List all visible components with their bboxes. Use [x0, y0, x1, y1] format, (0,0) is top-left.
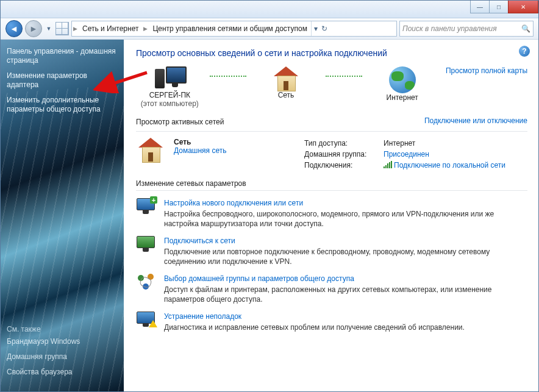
- divider: [136, 131, 527, 132]
- map-connector: [210, 66, 246, 86]
- search-placeholder: Поиск в панели управления: [402, 24, 497, 33]
- breadcrumb-item-sharing-center[interactable]: Центр управления сетями и общим доступом: [149, 21, 311, 36]
- connect-disconnect-link[interactable]: Подключение или отключение: [424, 116, 527, 125]
- new-connection-link[interactable]: Настройка нового подключения или сети: [164, 198, 527, 208]
- connection-link[interactable]: Подключение по локальной сети: [394, 161, 505, 169]
- change-settings-heading: Изменение сетевых параметров: [136, 179, 527, 188]
- see-also-homegroup[interactable]: Домашняя группа: [7, 352, 80, 362]
- search-icon: 🔍: [521, 24, 530, 33]
- minimize-button[interactable]: —: [470, 1, 490, 13]
- search-input[interactable]: Поиск в панели управления 🔍: [399, 21, 534, 37]
- map-node-inet-label: Интернет: [368, 93, 436, 102]
- option-troubleshoot: Устранение неполадок Диагностика и испра…: [136, 312, 527, 332]
- globe-icon: [389, 66, 416, 93]
- troubleshoot-link[interactable]: Устранение неполадок: [164, 312, 527, 321]
- option-connect-network: Подключиться к сети Подключение или повт…: [136, 236, 527, 266]
- network-details: Тип доступа:Интернет Домашняя группа:При…: [304, 138, 527, 171]
- breadcrumb[interactable]: ▶ Сеть и Интернет ▶ Центр управления сет…: [71, 21, 397, 37]
- map-node-network: Сеть: [252, 66, 320, 99]
- close-button[interactable]: ✕: [508, 1, 538, 13]
- see-also-browser[interactable]: Свойства браузера: [7, 368, 80, 377]
- see-also-heading: См. также: [7, 325, 80, 333]
- active-network-row: Сеть Домашняя сеть Тип доступа:Интернет …: [136, 138, 527, 171]
- map-node-net-label: Сеть: [252, 91, 320, 99]
- sidebar-see-also: См. также Брандмауэр Windows Домашняя гр…: [7, 325, 80, 383]
- network-type-link[interactable]: Домашняя сеть: [174, 146, 296, 155]
- computer-icon: [155, 66, 184, 91]
- homegroup-icon: [137, 274, 155, 290]
- option-homegroup: Выбор домашней группы и параметров общег…: [136, 274, 527, 304]
- sidebar-item-adapter-settings[interactable]: Изменение параметров адаптера: [7, 71, 118, 90]
- sidebar: Панель управления - домашняя страница Из…: [1, 40, 124, 391]
- refresh-icon[interactable]: ↻: [321, 24, 327, 33]
- access-type-value: Интернет: [384, 138, 415, 149]
- network-map: СЕРГЕЙ-ПК (этот компьютер) Сеть Интернет…: [136, 66, 527, 108]
- signal-icon: [384, 161, 392, 168]
- access-type-label: Тип доступа:: [304, 138, 384, 149]
- chevron-right-icon: ▶: [142, 26, 149, 32]
- homegroup-settings-link[interactable]: Выбор домашней группы и параметров общег…: [164, 274, 527, 283]
- new-connection-icon: +: [137, 198, 155, 214]
- breadcrumb-dropdown-icon[interactable]: ▾: [314, 24, 318, 33]
- sidebar-home-link[interactable]: Панель управления - домашняя страница: [7, 47, 118, 65]
- content: ? Просмотр основных сведений о сети и на…: [124, 40, 538, 391]
- option-new-connection: + Настройка нового подключения или сети …: [136, 198, 527, 229]
- homegroup-link[interactable]: Присоединен: [384, 150, 429, 159]
- map-connector: [326, 66, 362, 86]
- maximize-button[interactable]: □: [489, 1, 509, 13]
- control-panel-icon: [55, 22, 69, 35]
- divider: [136, 190, 527, 191]
- nav-forward-button[interactable]: ►: [25, 20, 42, 37]
- breadcrumb-item-network[interactable]: Сеть и Интернет: [79, 21, 142, 36]
- help-icon[interactable]: ?: [519, 46, 530, 57]
- map-node-pc-sub: (этот компьютер): [136, 99, 204, 108]
- troubleshoot-desc: Диагностика и исправление сетевых пробле…: [164, 323, 527, 332]
- window: — □ ✕ ◄ ► ▼ ▶ Сеть и Интернет ▶ Центр уп…: [0, 0, 539, 392]
- network-category-icon: [136, 138, 165, 167]
- troubleshoot-icon: [137, 312, 155, 326]
- see-also-firewall[interactable]: Брандмауэр Windows: [7, 337, 80, 346]
- active-networks-heading: Просмотр активных сетей: [136, 118, 224, 126]
- navbar: ◄ ► ▼ ▶ Сеть и Интернет ▶ Центр управлен…: [1, 18, 538, 40]
- full-map-link[interactable]: Просмотр полной карты: [446, 66, 527, 75]
- connect-network-link[interactable]: Подключиться к сети: [164, 236, 527, 246]
- house-icon: [273, 66, 299, 91]
- homegroup-settings-desc: Доступ к файлам и принтерам, расположенн…: [164, 285, 527, 304]
- nav-history-dropdown[interactable]: ▼: [45, 21, 53, 36]
- map-node-internet: Интернет: [368, 66, 436, 102]
- map-node-this-pc: СЕРГЕЙ-ПК (этот компьютер): [136, 66, 204, 108]
- page-title: Просмотр основных сведений о сети и наст…: [136, 48, 527, 58]
- new-connection-desc: Настройка беспроводного, широкополосного…: [164, 209, 527, 229]
- chevron-right-icon: ▶: [72, 26, 79, 32]
- connect-network-icon: [137, 236, 155, 252]
- sidebar-item-advanced-sharing[interactable]: Изменить дополнительные параметры общего…: [7, 96, 118, 114]
- nav-back-button[interactable]: ◄: [5, 20, 23, 37]
- connections-label: Подключения:: [304, 160, 384, 171]
- titlebar: — □ ✕: [1, 1, 538, 18]
- network-name: Сеть: [174, 138, 191, 146]
- map-node-pc-label: СЕРГЕЙ-ПК: [136, 91, 204, 99]
- connect-network-desc: Подключение или повторное подключение к …: [164, 247, 527, 266]
- homegroup-label: Домашняя группа:: [304, 149, 384, 160]
